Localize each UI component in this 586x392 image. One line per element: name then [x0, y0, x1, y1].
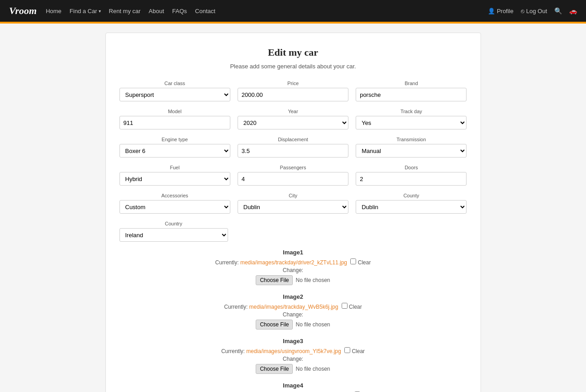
image-2-change-label: Change:	[119, 311, 467, 318]
image-4-section: Image4 Currently: media/images/trackdayt…	[119, 382, 467, 392]
model-input[interactable]	[119, 116, 230, 129]
car-icon	[569, 7, 577, 14]
navbar-right: Profile Log Out	[488, 7, 577, 15]
navbar-left: Vroom Home Find a Car Rent my car About …	[9, 5, 215, 17]
passengers-input[interactable]	[238, 172, 348, 186]
engine-type-select[interactable]: Boxer 6	[119, 144, 230, 158]
displacement-input[interactable]	[238, 144, 348, 158]
city-select[interactable]: Dublin	[238, 200, 348, 214]
row-car-class-price-brand: Car class Supersport Price Brand	[119, 81, 467, 101]
logout-label: Log Out	[526, 8, 547, 14]
city-label: City	[238, 193, 348, 198]
fuel-label: Fuel	[119, 165, 230, 170]
image-3-clear-checkbox[interactable]	[344, 347, 350, 353]
col-accessories: Accessories Custom	[119, 193, 230, 214]
image-1-title: Image1	[119, 249, 467, 256]
image-3-file-row: Choose File No file chosen	[119, 364, 467, 374]
image-1-section: Image1 Currently: media/images/trackday/…	[119, 249, 467, 285]
form-subtitle: Please add some general details about yo…	[119, 63, 467, 70]
brand-input[interactable]	[356, 88, 467, 101]
profile-label: Profile	[497, 8, 514, 14]
row-fuel-passengers-doors: Fuel Hybrid Passengers Doors	[119, 165, 467, 186]
transmission-select[interactable]: Manual	[356, 144, 467, 158]
nav-home[interactable]: Home	[46, 8, 62, 14]
image-2-choose-file-btn[interactable]: Choose File	[256, 320, 293, 330]
image-1-currently-label: Currently:	[215, 259, 239, 266]
logout-icon	[521, 8, 524, 14]
price-input[interactable]	[238, 88, 348, 101]
image-3-currently-label: Currently:	[221, 348, 245, 354]
accessories-select[interactable]: Custom	[119, 200, 230, 214]
row-engine-displacement-transmission: Engine type Boxer 6 Displacement Transmi…	[119, 137, 467, 158]
col-displacement: Displacement	[238, 137, 348, 158]
displacement-label: Displacement	[238, 137, 348, 142]
nav-contact[interactable]: Contact	[195, 8, 215, 14]
image-3-currently: Currently: media/images/usingvroom_YI5k7…	[119, 347, 467, 354]
image-3-section: Image3 Currently: media/images/usingvroo…	[119, 338, 467, 374]
track-day-select[interactable]: Yes	[356, 116, 467, 129]
nav-rent-my-car[interactable]: Rent my car	[109, 8, 141, 14]
image-2-currently-label: Currently:	[224, 304, 248, 310]
brand-logo[interactable]: Vroom	[9, 5, 37, 17]
image-2-link[interactable]: media/images/trackday_WvB5k6j.jpg	[249, 304, 338, 310]
image-2-section: Image2 Currently: media/images/trackday_…	[119, 293, 467, 330]
image-1-clear-checkbox[interactable]	[350, 258, 356, 264]
price-label: Price	[238, 81, 348, 86]
passengers-label: Passengers	[238, 165, 348, 170]
nav-about[interactable]: About	[149, 8, 164, 14]
county-label: County	[356, 193, 467, 198]
profile-link[interactable]: Profile	[488, 8, 514, 14]
car-nav-button[interactable]	[569, 7, 577, 15]
doors-input[interactable]	[356, 172, 467, 186]
image-1-no-file: No file chosen	[295, 277, 330, 283]
col-brand: Brand	[356, 81, 467, 101]
main-content: Edit my car Please add some general deta…	[0, 24, 586, 392]
user-icon	[488, 8, 495, 14]
row-model-year-trackday: Model Year 2020 Track day Yes	[119, 109, 467, 129]
fuel-select[interactable]: Hybrid	[119, 172, 230, 186]
nav-find-a-car[interactable]: Find a Car	[70, 8, 101, 14]
image-3-link[interactable]: media/images/usingvroom_YI5k7ve.jpg	[246, 348, 341, 354]
row-country: Country Ireland	[119, 221, 467, 242]
image-1-change-label: Change:	[119, 267, 467, 273]
country-label: Country	[119, 221, 228, 226]
transmission-label: Transmission	[356, 137, 467, 142]
image-3-no-file: No file chosen	[295, 366, 330, 372]
image-2-currently: Currently: media/images/trackday_WvB5k6j…	[119, 303, 467, 310]
image-1-currently: Currently: media/images/trackday/driver2…	[119, 258, 467, 266]
col-track-day: Track day Yes	[356, 109, 467, 129]
search-button[interactable]	[554, 7, 562, 15]
search-icon	[554, 7, 562, 14]
col-engine-type: Engine type Boxer 6	[119, 137, 230, 158]
country-select[interactable]: Ireland	[119, 228, 228, 242]
navbar: Vroom Home Find a Car Rent my car About …	[0, 0, 586, 22]
row-accessories-city-county: Accessories Custom City Dublin County Du…	[119, 193, 467, 214]
image-3-choose-file-btn[interactable]: Choose File	[256, 364, 293, 374]
image-1-choose-file-btn[interactable]: Choose File	[256, 275, 293, 285]
image-1-clear-label: Clear	[358, 259, 371, 266]
image-3-clear-label: Clear	[352, 348, 365, 354]
year-select[interactable]: 2020	[238, 116, 348, 129]
image-2-file-row: Choose File No file chosen	[119, 320, 467, 330]
doors-label: Doors	[356, 165, 467, 170]
image-2-clear-checkbox[interactable]	[342, 303, 348, 309]
model-label: Model	[119, 109, 230, 114]
car-class-select[interactable]: Supersport	[119, 88, 230, 101]
col-passengers: Passengers	[238, 165, 348, 186]
brand-label: Brand	[356, 81, 467, 86]
year-label: Year	[238, 109, 348, 114]
form-title: Edit my car	[119, 47, 467, 58]
image-1-link[interactable]: media/images/trackday/driver2_kZTvL11.jp…	[240, 259, 347, 266]
col-year: Year 2020	[238, 109, 348, 129]
logout-link[interactable]: Log Out	[521, 8, 547, 14]
track-day-label: Track day	[356, 109, 467, 114]
form-card: Edit my car Please add some general deta…	[105, 33, 481, 392]
image-2-title: Image2	[119, 293, 467, 300]
nav-faqs[interactable]: FAQs	[172, 8, 187, 14]
accessories-label: Accessories	[119, 193, 230, 198]
col-doors: Doors	[356, 165, 467, 186]
county-select[interactable]: Dublin	[356, 200, 467, 214]
col-price: Price	[238, 81, 348, 101]
col-transmission: Transmission Manual	[356, 137, 467, 158]
image-3-title: Image3	[119, 338, 467, 344]
